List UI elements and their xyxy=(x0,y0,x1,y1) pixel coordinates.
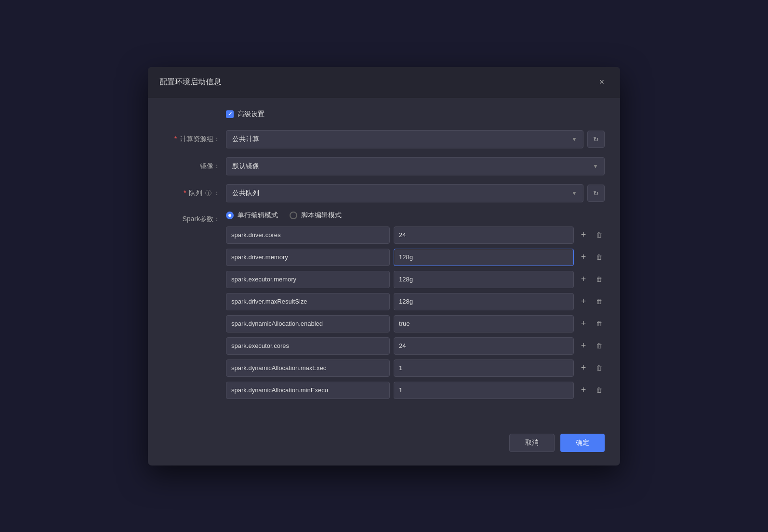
required-star: * xyxy=(184,189,186,197)
queue-control: 公共队列 ▼ ↻ xyxy=(226,184,605,202)
queue-refresh-button[interactable]: ↻ xyxy=(587,185,605,202)
spark-param-row: +🗑 xyxy=(226,249,605,266)
confirm-button[interactable]: 确定 xyxy=(560,434,605,452)
param-add-button[interactable]: + xyxy=(578,318,589,330)
param-delete-button[interactable]: 🗑 xyxy=(593,296,605,307)
spark-params-content: 单行编辑模式 脚本编辑模式 +🗑+🗑+🗑+🗑+🗑+🗑+🗑+🗑 xyxy=(226,211,605,404)
param-add-button[interactable]: + xyxy=(578,252,589,263)
param-key-input[interactable] xyxy=(226,315,390,332)
cancel-button[interactable]: 取消 xyxy=(509,434,555,452)
image-row: 镜像： 默认镜像 ▼ xyxy=(163,157,605,175)
queue-select[interactable]: 公共队列 ▼ xyxy=(226,184,583,202)
param-add-button[interactable]: + xyxy=(578,362,589,374)
param-delete-button[interactable]: 🗑 xyxy=(593,340,605,352)
single-mode-radio xyxy=(226,212,234,219)
compute-group-select[interactable]: 公共计算 ▼ xyxy=(226,130,583,148)
queue-row: * 队列 ⓘ ： 公共队列 ▼ ↻ xyxy=(163,184,605,202)
spark-params-list: +🗑+🗑+🗑+🗑+🗑+🗑+🗑+🗑 xyxy=(226,226,605,399)
dropdown-arrow-icon: ▼ xyxy=(571,136,577,143)
param-key-input[interactable] xyxy=(226,337,390,355)
advanced-settings-label: 高级设置 xyxy=(238,110,265,119)
param-key-input[interactable] xyxy=(226,293,390,310)
spark-mode-radio-group: 单行编辑模式 脚本编辑模式 xyxy=(226,211,605,220)
script-mode-label: 脚本编辑模式 xyxy=(301,211,342,220)
compute-group-row: * 计算资源组： 公共计算 ▼ ↻ xyxy=(163,130,605,148)
image-control: 默认镜像 ▼ xyxy=(226,157,605,175)
spark-param-row: +🗑 xyxy=(226,226,605,244)
refresh-icon: ↻ xyxy=(593,135,599,143)
param-delete-button[interactable]: 🗑 xyxy=(593,229,605,241)
spark-param-row: +🗑 xyxy=(226,271,605,288)
param-delete-button[interactable]: 🗑 xyxy=(593,318,605,330)
dialog-title: 配置环境启动信息 xyxy=(159,77,221,87)
advanced-settings-row: 高级设置 xyxy=(163,110,605,119)
dropdown-arrow-icon: ▼ xyxy=(571,190,577,197)
script-mode-option[interactable]: 脚本编辑模式 xyxy=(290,211,342,220)
param-value-input[interactable] xyxy=(394,359,574,377)
param-value-input[interactable] xyxy=(394,337,574,355)
param-key-input[interactable] xyxy=(226,359,390,377)
param-value-input[interactable] xyxy=(394,382,574,399)
param-add-button[interactable]: + xyxy=(578,296,589,307)
spark-param-row: +🗑 xyxy=(226,293,605,310)
spark-param-row: +🗑 xyxy=(226,359,605,377)
spark-params-label: Spark参数： xyxy=(163,211,226,224)
required-star: * xyxy=(174,135,177,143)
dialog-body: 高级设置 * 计算资源组： 公共计算 ▼ ↻ 镜像： xyxy=(148,98,620,424)
image-label: 镜像： xyxy=(163,162,226,171)
param-value-input[interactable] xyxy=(394,315,574,332)
image-select[interactable]: 默认镜像 ▼ xyxy=(226,157,605,175)
info-icon: ⓘ xyxy=(205,189,212,197)
queue-label: * 队列 ⓘ ： xyxy=(163,189,226,198)
param-delete-button[interactable]: 🗑 xyxy=(593,362,605,374)
param-value-input[interactable] xyxy=(394,293,574,310)
param-key-input[interactable] xyxy=(226,249,390,266)
dialog-header: 配置环境启动信息 × xyxy=(148,67,620,98)
compute-group-refresh-button[interactable]: ↻ xyxy=(587,131,605,148)
param-delete-button[interactable]: 🗑 xyxy=(593,274,605,285)
refresh-icon: ↻ xyxy=(593,189,599,197)
spark-param-row: +🗑 xyxy=(226,315,605,332)
advanced-settings-checkbox[interactable]: 高级设置 xyxy=(226,110,265,119)
param-key-input[interactable] xyxy=(226,226,390,244)
param-delete-button[interactable]: 🗑 xyxy=(593,385,605,396)
single-mode-option[interactable]: 单行编辑模式 xyxy=(226,211,278,220)
param-value-input[interactable] xyxy=(394,249,574,266)
param-add-button[interactable]: + xyxy=(578,274,589,285)
param-add-button[interactable]: + xyxy=(578,340,589,352)
spark-param-row: +🗑 xyxy=(226,382,605,399)
compute-group-control: 公共计算 ▼ ↻ xyxy=(226,130,605,148)
param-value-input[interactable] xyxy=(394,226,574,244)
script-mode-radio xyxy=(290,212,297,219)
param-add-button[interactable]: + xyxy=(578,385,589,396)
compute-group-label: * 计算资源组： xyxy=(163,135,226,144)
close-button[interactable]: × xyxy=(595,76,609,89)
param-add-button[interactable]: + xyxy=(578,229,589,241)
param-value-input[interactable] xyxy=(394,271,574,288)
param-key-input[interactable] xyxy=(226,271,390,288)
spark-param-row: +🗑 xyxy=(226,337,605,355)
dialog-footer: 取消 确定 xyxy=(148,424,620,466)
param-delete-button[interactable]: 🗑 xyxy=(593,252,605,263)
param-key-input[interactable] xyxy=(226,382,390,399)
single-mode-label: 单行编辑模式 xyxy=(238,211,278,220)
dropdown-arrow-icon: ▼ xyxy=(593,163,598,170)
dialog: 配置环境启动信息 × 高级设置 * 计算资源组： 公共计算 ▼ xyxy=(148,67,620,466)
checkbox-icon xyxy=(226,110,234,118)
spark-params-row: Spark参数： 单行编辑模式 脚本编辑模式 +🗑+🗑+🗑+🗑+🗑+🗑+🗑+🗑 xyxy=(163,211,605,404)
